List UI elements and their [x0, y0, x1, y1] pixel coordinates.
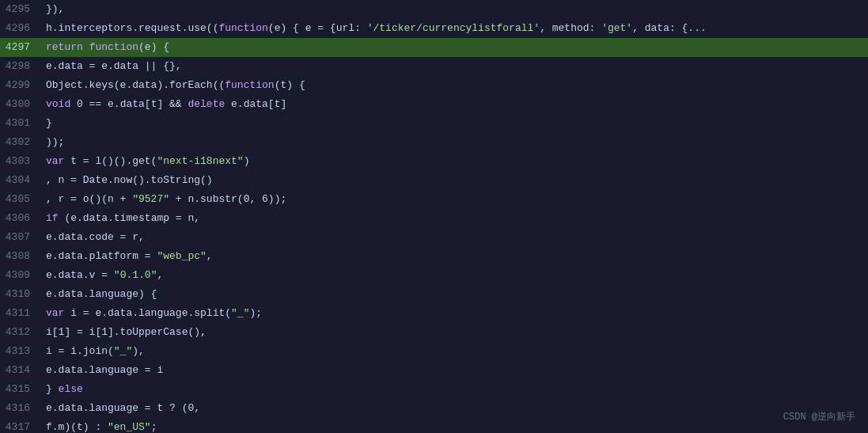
code-row: 4307 e.data.code = r, — [0, 228, 868, 247]
code-row: 4312 i[1] = i[1].toUpperCase(), — [0, 323, 868, 342]
code-row: 4308 e.data.platform = "web_pc", — [0, 247, 868, 266]
code-row: 4309 e.data.v = "0.1.0", — [0, 266, 868, 285]
code-content: return function(e) { — [40, 38, 868, 57]
code-content: e.data.language) { — [40, 285, 868, 304]
code-content: Object.keys(e.data).forEach((function(t)… — [40, 76, 868, 95]
code-row: 4314 e.data.language = i — [0, 361, 868, 380]
code-row: 4295 }), — [0, 0, 868, 19]
code-content: }), — [40, 0, 868, 19]
code-editor: 4295 }),4296 h.interceptors.request.use(… — [0, 0, 868, 433]
code-row: 4304 , n = Date.now().toString() — [0, 171, 868, 190]
line-number: 4311 — [0, 304, 40, 323]
code-row: 4303 var t = l()().get("next-i18next") — [0, 152, 868, 171]
code-content: e.data.language = t ? (0, — [40, 399, 868, 418]
code-content: , n = Date.now().toString() — [40, 171, 868, 190]
line-number: 4306 — [0, 209, 40, 228]
line-number: 4308 — [0, 247, 40, 266]
line-number: 4305 — [0, 190, 40, 209]
code-content: , r = o()(n + "9527" + n.substr(0, 6)); — [40, 190, 868, 209]
code-row: 4306 if (e.data.timestamp = n, — [0, 209, 868, 228]
code-row: 4302 )); — [0, 133, 868, 152]
code-row: 4296 h.interceptors.request.use((functio… — [0, 19, 868, 38]
line-number: 4316 — [0, 399, 40, 418]
line-number: 4313 — [0, 342, 40, 361]
code-content: var t = l()().get("next-i18next") — [40, 152, 868, 171]
code-row: 4305 , r = o()(n + "9527" + n.substr(0, … — [0, 190, 868, 209]
line-number: 4307 — [0, 228, 40, 247]
line-number: 4317 — [0, 418, 40, 433]
code-content: if (e.data.timestamp = n, — [40, 209, 868, 228]
code-content: } else — [40, 380, 868, 399]
line-number: 4303 — [0, 152, 40, 171]
code-content: h.interceptors.request.use((function(e) … — [40, 19, 868, 38]
code-row: 4301 } — [0, 114, 868, 133]
line-number: 4298 — [0, 57, 40, 76]
code-row: 4299 Object.keys(e.data).forEach((functi… — [0, 76, 868, 95]
line-number: 4315 — [0, 380, 40, 399]
code-row: 4311 var i = e.data.language.split("_"); — [0, 304, 868, 323]
watermark: CSDN @逆向新手 — [783, 410, 855, 424]
line-number: 4301 — [0, 114, 40, 133]
code-content: f.m)(t) : "en_US"; — [40, 418, 868, 433]
line-number: 4297 — [0, 38, 40, 57]
line-number: 4314 — [0, 361, 40, 380]
line-number: 4302 — [0, 133, 40, 152]
line-number: 4312 — [0, 323, 40, 342]
code-row: 4310 e.data.language) { — [0, 285, 868, 304]
line-number: 4296 — [0, 19, 40, 38]
line-number: 4310 — [0, 285, 40, 304]
code-content: var i = e.data.language.split("_"); — [40, 304, 868, 323]
line-number: 4309 — [0, 266, 40, 285]
line-number: 4304 — [0, 171, 40, 190]
code-content: i = i.join("_"), — [40, 342, 868, 361]
line-number: 4299 — [0, 76, 40, 95]
code-content: e.data.code = r, — [40, 228, 868, 247]
code-content: e.data.platform = "web_pc", — [40, 247, 868, 266]
line-number: 4295 — [0, 0, 40, 19]
code-row: 4316 e.data.language = t ? (0, — [0, 399, 868, 418]
code-content: )); — [40, 133, 868, 152]
code-content: e.data.v = "0.1.0", — [40, 266, 868, 285]
code-content: i[1] = i[1].toUpperCase(), — [40, 323, 868, 342]
code-table: 4295 }),4296 h.interceptors.request.use(… — [0, 0, 868, 433]
code-content: void 0 == e.data[t] && delete e.data[t] — [40, 95, 868, 114]
code-row: 4298 e.data = e.data || {}, — [0, 57, 868, 76]
code-row: 4297 return function(e) { — [0, 38, 868, 57]
code-row: 4317 f.m)(t) : "en_US"; — [0, 418, 868, 433]
line-number: 4300 — [0, 95, 40, 114]
code-content: e.data.language = i — [40, 361, 868, 380]
code-content: e.data = e.data || {}, — [40, 57, 868, 76]
code-content: } — [40, 114, 868, 133]
code-row: 4315 } else — [0, 380, 868, 399]
code-row: 4313 i = i.join("_"), — [0, 342, 868, 361]
code-row: 4300 void 0 == e.data[t] && delete e.dat… — [0, 95, 868, 114]
